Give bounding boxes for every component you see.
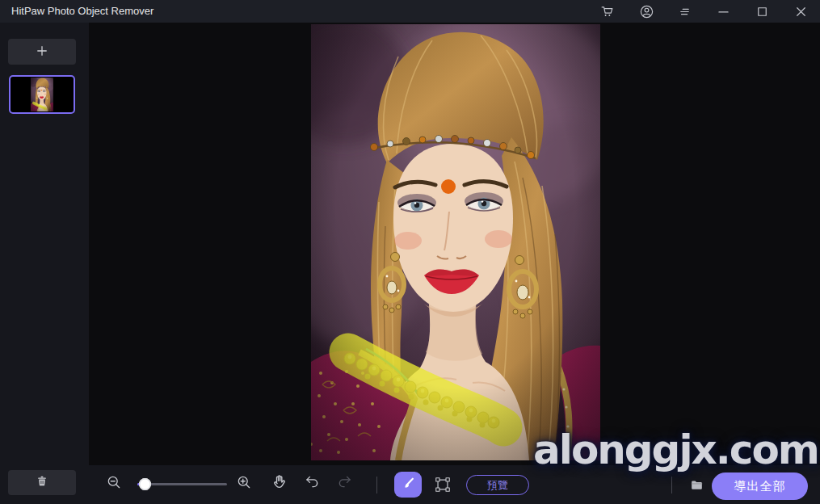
toolbar-divider [376,477,377,494]
bottom-toolbar: 預覽 導出全部 [89,465,820,504]
delete-image-button[interactable] [8,470,76,495]
zoom-out-icon[interactable] [105,473,122,490]
maximize-icon[interactable] [753,2,771,20]
brush-tool-button-active[interactable] [394,472,422,498]
zoom-in-icon[interactable] [235,473,252,490]
window-title: HitPaw Photo Object Remover [11,0,153,23]
zoom-slider-knob[interactable] [139,478,151,490]
account-icon[interactable] [637,2,655,20]
plus-icon [35,44,49,61]
cart-icon[interactable] [598,2,616,20]
marquee-select-icon[interactable] [433,475,452,494]
app-window: HitPaw Photo Object Remover [0,0,820,504]
photo-being-edited[interactable] [311,24,600,460]
toolbar-divider-right [671,477,672,494]
hand-tool-icon[interactable] [270,472,288,490]
title-bar: HitPaw Photo Object Remover [0,0,820,23]
image-thumbnail-selected[interactable] [9,75,75,114]
zoom-slider[interactable] [137,483,227,485]
brush-icon [400,476,416,494]
export-all-button[interactable]: 導出全部 [712,472,808,500]
thumbnail-image [31,78,53,111]
menu-icon[interactable] [675,2,693,20]
undo-icon[interactable] [303,472,321,490]
trash-icon [35,474,49,491]
add-image-button[interactable] [8,39,76,65]
preview-button[interactable]: 預覽 [466,475,529,495]
minimize-icon[interactable] [714,2,732,20]
close-icon[interactable] [792,2,809,20]
folder-icon[interactable] [688,477,704,493]
thumbnail-sidebar [0,23,89,504]
redo-icon [335,472,353,490]
